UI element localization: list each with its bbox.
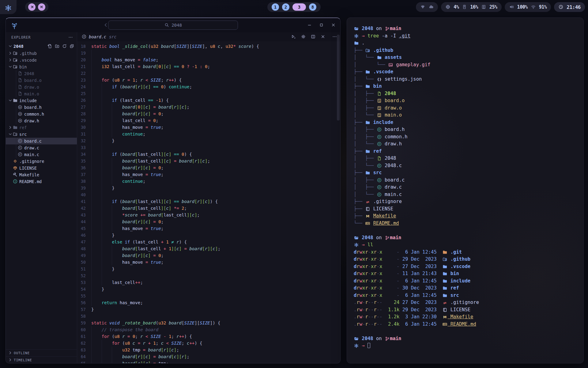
editor-titlebar[interactable]: 2048 — [6, 18, 340, 32]
code-line-45[interactable]: 45has_move = true; — [77, 225, 340, 232]
close-button[interactable] — [331, 23, 336, 28]
code-line-61[interactable]: 61for (u8 r = 0; r < SIZE - 1; r++) { — [77, 333, 340, 340]
timeline-panel-header[interactable]: TIMELINE — [6, 356, 77, 363]
command-center-search[interactable]: 2048 — [108, 21, 238, 30]
split-editor-button[interactable] — [311, 34, 316, 39]
tree-item-makefile[interactable]: Makefile — [6, 171, 77, 178]
editor-scrollbar[interactable] — [337, 35, 340, 121]
code-line-33[interactable]: 33 — [77, 144, 340, 151]
code-line-47[interactable]: 47else if (last_cell + 1 ≠ r) { — [77, 239, 340, 245]
tree-item-main-c[interactable]: Cmain.c — [6, 151, 77, 158]
code-line-38[interactable]: 38continue; — [77, 178, 340, 185]
editor-pane[interactable]: C board.c src 18static bool _slide_col(u… — [77, 32, 340, 363]
new-file-button[interactable] — [47, 44, 52, 49]
tree-item-draw-c[interactable]: Cdraw.c — [6, 144, 77, 151]
tree-item-board-h[interactable]: Hboard.h — [6, 104, 77, 111]
tree-item-include[interactable]: include — [6, 97, 77, 104]
tab-board-c[interactable]: C board.c src — [81, 34, 116, 39]
code-line-28[interactable]: 28board[r][c] = 0; — [77, 110, 340, 117]
code-line-39[interactable]: 39} — [77, 185, 340, 191]
settings-gear-button[interactable] — [301, 34, 306, 39]
code-line-43[interactable]: 43*score += board[last_cell][c]; — [77, 212, 340, 218]
code-line-21[interactable]: 21i32 last_cell = board[0][c] == 0 ? -1 … — [77, 63, 340, 70]
minimize-button[interactable] — [307, 23, 312, 28]
workspace-8[interactable]: 8 — [309, 3, 316, 11]
code-line-56[interactable]: 56return has_move; — [77, 299, 340, 306]
workspace-1[interactable]: 1 — [272, 3, 279, 11]
code-line-46[interactable]: 46} — [77, 232, 340, 239]
tree-item-main-o[interactable]: main.o — [6, 90, 77, 97]
code-line-63[interactable]: 63u32 tmp = board[r][c]; — [77, 347, 340, 353]
launcher-button[interactable] — [0, 0, 17, 14]
tree-item-bin[interactable]: bin — [6, 63, 77, 70]
tree-item-2048[interactable]: 2048 — [6, 70, 77, 77]
code-line-32[interactable]: 32} — [77, 137, 340, 144]
code-line-60[interactable]: 60// transpose the board — [77, 326, 340, 333]
tree-item-ref[interactable]: ref — [6, 124, 77, 131]
outline-panel-header[interactable]: OUTLINE — [6, 349, 77, 356]
code-line-20[interactable]: 20bool has_move = false; — [77, 56, 340, 63]
code-line-36[interactable]: 36board[r][c] = 0; — [77, 164, 340, 171]
code-line-58[interactable]: 58 — [77, 313, 340, 320]
code-line-55[interactable]: 55 — [77, 293, 340, 299]
code-line-64[interactable]: 64board[r][c] = board[c][r]; — [77, 353, 340, 360]
terminal-window[interactable]: 2048 on main → tree -a -I .git .├── .git… — [347, 17, 584, 363]
nav-back-button[interactable] — [103, 23, 108, 28]
code-line-27[interactable]: 27board[0][c] = board[r][c]; — [77, 104, 340, 110]
close-editor-button[interactable] — [320, 34, 326, 39]
explorer-more-button[interactable] — [68, 35, 73, 40]
code-line-53[interactable]: 53last_cell++; — [77, 279, 340, 286]
code-line-49[interactable]: 49board[r][c] = 0; — [77, 252, 340, 259]
maximize-button[interactable] — [319, 23, 324, 28]
code-line-59[interactable]: 59static void _rotate_board(u32 board[SI… — [77, 320, 340, 326]
code-line-31[interactable]: 31continue; — [77, 131, 340, 137]
new-folder-button[interactable] — [55, 44, 60, 49]
code-line-50[interactable]: 50has_move = true; — [77, 259, 340, 266]
project-root-row[interactable]: 2048 — [6, 43, 77, 50]
code-line-24[interactable]: 24if (board[r][c] == 0) continue; — [77, 83, 340, 90]
code-line-42[interactable]: 42board[last_cell][c] *= 2; — [77, 205, 340, 212]
line-number: 62 — [77, 340, 91, 347]
tree-item-draw-h[interactable]: Hdraw.h — [6, 117, 77, 124]
code-line-54[interactable]: 54} — [77, 286, 340, 293]
workspace-2[interactable]: 2 — [282, 3, 289, 11]
tree-item-src[interactable]: ()src — [6, 131, 77, 138]
code-line-25[interactable]: 25 — [77, 90, 340, 97]
code-line-40[interactable]: 40 — [77, 191, 340, 198]
code-line-19[interactable]: 19 — [77, 50, 340, 56]
code-line-48[interactable]: 48board[last_cell + 1][c] = board[r][c]; — [77, 245, 340, 252]
code-line-57[interactable]: 57} — [77, 306, 340, 313]
refresh-explorer-button[interactable] — [62, 44, 67, 49]
tree-item--github[interactable]: .github — [6, 50, 77, 57]
code-line-65[interactable]: 65board[c][r] = tmp; — [77, 360, 340, 363]
code-line-22[interactable]: 22 — [77, 70, 340, 77]
code-line-41[interactable]: 41if (board[last_cell][c] == board[r][c]… — [77, 198, 340, 205]
tree-item-draw-o[interactable]: draw.o — [6, 84, 77, 90]
code-line-18[interactable]: 18static bool _slide_col(u32 board[SIZE]… — [77, 43, 340, 50]
collapse-folders-button[interactable] — [69, 44, 74, 49]
tree-item-common-h[interactable]: Hcommon.h — [6, 111, 77, 117]
code-line-52[interactable]: 52 — [77, 272, 340, 279]
run-file-button[interactable] — [291, 34, 296, 39]
media-prev-button[interactable] — [28, 3, 36, 11]
workspace-3-active[interactable]: 3 — [292, 3, 306, 11]
code-line-62[interactable]: 62for (u8 c = r + 1; c < SIZE; c++) { — [77, 340, 340, 347]
tree-item--vscode[interactable]: .vscode — [6, 57, 77, 63]
code-line-23[interactable]: 23for (u8 r = 1; r < SIZE; r++) { — [77, 77, 340, 83]
code-line-29[interactable]: 29last_cell = 0; — [77, 117, 340, 124]
more-actions-button[interactable] — [332, 34, 337, 39]
code-line-35[interactable]: 35board[last_cell][c] = board[r][c]; — [77, 158, 340, 164]
code-line-26[interactable]: 26if (last_cell == -1) { — [77, 97, 340, 104]
code-line-44[interactable]: 44board[r][c] = 0; — [77, 218, 340, 225]
tree-item-board-c[interactable]: Cboard.c — [6, 138, 77, 144]
media-next-button[interactable] — [38, 3, 45, 11]
code-area[interactable]: 18static bool _slide_col(u32 board[SIZE]… — [77, 41, 340, 363]
tree-item-board-o[interactable]: board.o — [6, 77, 77, 84]
tree-item-readme-md[interactable]: README.md — [6, 178, 77, 185]
code-line-30[interactable]: 30has_move = true; — [77, 124, 340, 131]
code-line-37[interactable]: 37has_move = true; — [77, 171, 340, 178]
tree-item--gitignore[interactable]: .gitignore — [6, 158, 77, 165]
code-line-34[interactable]: 34if (board[last_cell][c] == 0) { — [77, 151, 340, 158]
code-line-51[interactable]: 51} — [77, 266, 340, 272]
tree-item-license[interactable]: LICENSE — [6, 165, 77, 171]
